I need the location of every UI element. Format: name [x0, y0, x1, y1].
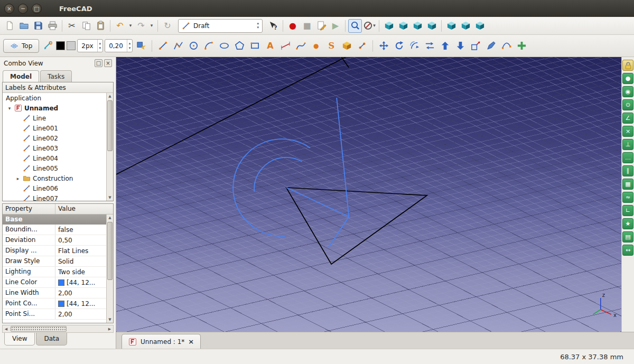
scrollbar-thumb[interactable]	[11, 326, 67, 332]
save-button[interactable]	[31, 19, 45, 33]
draft-rectangle-button[interactable]	[248, 39, 262, 53]
draft-edit-button[interactable]	[484, 39, 498, 53]
redo-dropdown-button[interactable]: ▾	[148, 19, 155, 33]
tree-item-line005[interactable]: Line005	[3, 163, 113, 173]
property-row[interactable]: Line Color[44, 12...	[3, 277, 113, 288]
draft-line-button[interactable]	[156, 39, 170, 53]
property-value[interactable]: Flat Lines	[55, 246, 113, 256]
panel-float-button[interactable]: □	[95, 59, 102, 67]
geometry-short-line[interactable]	[341, 57, 349, 68]
redo-button[interactable]: ↷	[134, 19, 148, 33]
cut-button[interactable]: ✂	[65, 19, 79, 33]
snap-dimensions-button[interactable]: ↔	[622, 245, 633, 256]
property-value[interactable]: Two side	[55, 267, 113, 277]
draft-polygon-button[interactable]	[232, 39, 246, 53]
print-button[interactable]	[45, 19, 59, 33]
draw-style-button[interactable]: ▾	[362, 19, 376, 33]
draft-shapestring-button[interactable]: S	[324, 39, 338, 53]
macro-record-button[interactable]: ●	[286, 19, 300, 33]
draft-offset-button[interactable]	[407, 39, 421, 53]
property-row[interactable]: Line Width2,00	[3, 288, 113, 298]
sketch-line-vertical[interactable]	[337, 98, 349, 217]
draft-rotate-button[interactable]	[392, 39, 406, 53]
tree-item-document[interactable]: ▾ Unnamed	[3, 103, 113, 113]
snap-lock-button[interactable]	[622, 60, 633, 71]
property-value[interactable]: 2,00	[55, 309, 113, 319]
property-row[interactable]: Boundin...false	[3, 225, 113, 235]
tree-item-line003[interactable]: Line003	[3, 143, 113, 153]
view-front-button[interactable]	[396, 19, 410, 33]
snap-ortho-button[interactable]: ∟	[622, 205, 633, 216]
open-document-button[interactable]	[17, 19, 31, 33]
window-minimize-button[interactable]: −	[18, 4, 28, 14]
scroll-down-icon[interactable]: ▼	[108, 316, 111, 323]
snap-working-plane-button[interactable]: ▤	[622, 231, 633, 242]
macro-edit-button[interactable]	[314, 19, 328, 33]
geometry-triangle[interactable]	[286, 188, 427, 264]
macro-play-button[interactable]: ▶	[329, 19, 342, 33]
view-bottom-button[interactable]	[459, 19, 472, 33]
draft-point-button[interactable]: ●	[309, 39, 323, 53]
copy-button[interactable]	[79, 19, 93, 33]
view-top-button[interactable]	[411, 19, 424, 33]
tab-close-icon[interactable]: ×	[188, 338, 194, 346]
whats-this-button[interactable]	[266, 19, 280, 33]
snap-grid-button[interactable]: ▦	[622, 179, 633, 190]
snap-center-button[interactable]: ⊙	[622, 99, 633, 110]
draft-scale-button[interactable]	[469, 39, 482, 53]
scrollbar-thumb[interactable]	[107, 222, 113, 280]
macro-stop-button[interactable]: ■	[300, 19, 314, 33]
draft-circle-button[interactable]	[187, 39, 200, 53]
tree-item-construction[interactable]: ▸ Construction	[3, 173, 113, 183]
snap-parallel-button[interactable]: ∥	[622, 165, 633, 176]
line-width-spinner[interactable]: 2px ▴▾	[77, 39, 103, 52]
snap-extension-button[interactable]: …	[622, 152, 633, 163]
line-color-swatch[interactable]	[56, 41, 65, 50]
new-document-button[interactable]	[3, 19, 16, 33]
spinner-arrows[interactable]: ▴▾	[97, 40, 103, 52]
draft-facebinder-button[interactable]	[340, 39, 353, 53]
snap-perpendicular-button[interactable]: ⊥	[622, 139, 633, 150]
refresh-button[interactable]: ↻	[161, 19, 174, 33]
snap-special-button[interactable]: ★	[622, 218, 633, 229]
property-row[interactable]: Draw StyleSolid	[3, 256, 113, 267]
draft-trim-button[interactable]	[423, 39, 436, 53]
draft-dimension-button[interactable]	[278, 39, 292, 53]
face-color-swatch[interactable]	[67, 41, 76, 50]
snap-endpoint-button[interactable]: ●	[622, 73, 633, 84]
text-scale-spinner[interactable]: 0,20 ▴▾	[105, 39, 133, 52]
property-vertical-scrollbar[interactable]: ▲ ▼	[106, 214, 113, 323]
draft-add-point-button[interactable]	[515, 39, 528, 53]
property-value[interactable]: Solid	[55, 256, 113, 266]
scroll-up-icon[interactable]: ▲	[108, 93, 111, 99]
tree-item-line006[interactable]: Line006	[3, 183, 113, 193]
property-value[interactable]: false	[55, 225, 113, 235]
tab-data[interactable]: Data	[36, 333, 67, 346]
tab-tasks[interactable]: Tasks	[40, 70, 72, 82]
sketch-arc-outer[interactable]	[233, 139, 310, 236]
snap-intersection-button[interactable]: ×	[622, 126, 633, 137]
property-row[interactable]: Point Co...[44, 12...	[3, 298, 113, 309]
scroll-down-icon[interactable]: ▼	[108, 194, 111, 201]
draft-upgrade-button[interactable]	[438, 39, 452, 53]
zoom-fit-button[interactable]	[348, 19, 362, 33]
draft-ellipse-button[interactable]	[217, 39, 231, 53]
scroll-left-icon[interactable]: ◀	[3, 327, 10, 331]
draft-arc-button[interactable]	[202, 39, 216, 53]
window-maximize-button[interactable]: □	[32, 4, 42, 14]
construction-mode-toggle[interactable]	[41, 39, 54, 53]
property-value[interactable]: [44, 12...	[55, 277, 113, 287]
draft-clone-button[interactable]	[355, 39, 369, 53]
property-row[interactable]: Deviation0,50	[3, 235, 113, 246]
draft-downgrade-button[interactable]	[453, 39, 467, 53]
undo-button[interactable]: ↶	[113, 19, 127, 33]
scroll-up-icon[interactable]: ▲	[108, 214, 111, 221]
view-left-button[interactable]	[473, 19, 487, 33]
view-axonometric-button[interactable]	[382, 19, 396, 33]
tree-item-line002[interactable]: Line002	[3, 133, 113, 143]
paste-button[interactable]	[94, 19, 107, 33]
tree-item-line[interactable]: Line	[3, 113, 113, 123]
sketch-line-lower[interactable]	[329, 217, 349, 247]
window-close-button[interactable]: ×	[4, 4, 14, 14]
tab-model[interactable]: Model	[3, 70, 39, 82]
